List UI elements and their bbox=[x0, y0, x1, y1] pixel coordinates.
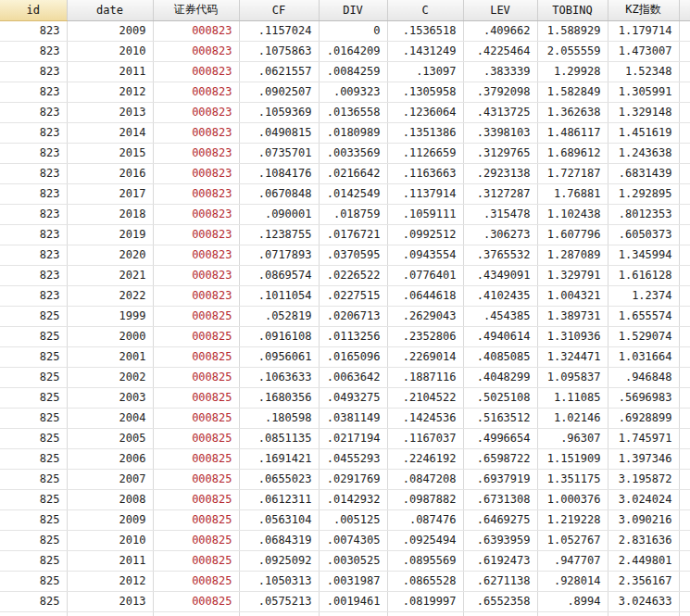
cell-code[interactable]: 000823 bbox=[153, 285, 239, 306]
cell-lev[interactable]: .4349091 bbox=[463, 265, 537, 285]
cell-tobinq[interactable]: 1.389731 bbox=[537, 306, 608, 326]
cell-tobinq[interactable]: 1.588929 bbox=[537, 20, 608, 41]
cell-cf[interactable]: .0575213 bbox=[239, 591, 319, 611]
cell-date[interactable]: 2011 bbox=[67, 61, 153, 82]
cell-c[interactable]: .1431249 bbox=[387, 41, 463, 61]
cell-lev[interactable]: .6598722 bbox=[463, 448, 537, 469]
cell-lev[interactable]: .6469275 bbox=[463, 509, 537, 530]
cell-cf[interactable]: .1680356 bbox=[239, 387, 319, 408]
cell-cf[interactable]: .090001 bbox=[239, 204, 319, 224]
cell-code[interactable]: 000825 bbox=[153, 367, 239, 387]
cell-c[interactable]: .0925494 bbox=[387, 530, 463, 550]
cell-date[interactable]: 2013 bbox=[67, 591, 153, 611]
cell-c[interactable]: .1059111 bbox=[387, 204, 463, 224]
cell-id[interactable]: 825 bbox=[0, 408, 67, 428]
empty-cell[interactable] bbox=[67, 611, 153, 616]
cell-lev[interactable]: .5025108 bbox=[463, 387, 537, 408]
cell-c[interactable]: .2104522 bbox=[387, 387, 463, 408]
empty-cell[interactable] bbox=[537, 611, 608, 616]
cell-div[interactable]: 0 bbox=[319, 20, 387, 41]
cell-tobinq[interactable]: 1.582849 bbox=[537, 82, 608, 102]
cell-kz[interactable]: 1.031664 bbox=[608, 346, 679, 367]
cell-lev[interactable]: .383339 bbox=[463, 61, 537, 82]
cell-cf[interactable]: .0655023 bbox=[239, 469, 319, 489]
cell-kz[interactable]: 1.451619 bbox=[608, 122, 679, 143]
cell-div[interactable]: .0180989 bbox=[319, 122, 387, 143]
column-header-c[interactable]: C bbox=[387, 0, 463, 20]
cell-code[interactable]: 000825 bbox=[153, 469, 239, 489]
column-header-cf[interactable]: CF bbox=[239, 0, 319, 20]
cell-c[interactable]: .1536518 bbox=[387, 20, 463, 41]
cell-div[interactable]: .0455293 bbox=[319, 448, 387, 469]
cell-id[interactable]: 823 bbox=[0, 82, 67, 102]
cell-div[interactable]: .005125 bbox=[319, 509, 387, 530]
column-header-date[interactable]: date bbox=[67, 0, 153, 20]
cell-code[interactable]: 000825 bbox=[153, 408, 239, 428]
cell-date[interactable]: 2018 bbox=[67, 204, 153, 224]
cell-div[interactable]: .0206713 bbox=[319, 306, 387, 326]
cell-tobinq[interactable]: 1.095837 bbox=[537, 367, 608, 387]
cell-code[interactable]: 000823 bbox=[153, 41, 239, 61]
cell-code[interactable]: 000825 bbox=[153, 571, 239, 591]
cell-cf[interactable]: .0869574 bbox=[239, 265, 319, 285]
cell-kz[interactable]: 1.243638 bbox=[608, 143, 679, 163]
cell-tobinq[interactable]: .96307 bbox=[537, 428, 608, 448]
cell-date[interactable]: 2016 bbox=[67, 163, 153, 183]
column-header-lev[interactable]: LEV bbox=[463, 0, 537, 20]
cell-date[interactable]: 2010 bbox=[67, 41, 153, 61]
cell-c[interactable]: .0895569 bbox=[387, 550, 463, 571]
cell-lev[interactable]: .6393959 bbox=[463, 530, 537, 550]
cell-div[interactable]: .0493275 bbox=[319, 387, 387, 408]
cell-date[interactable]: 2009 bbox=[67, 509, 153, 530]
cell-date[interactable]: 2022 bbox=[67, 285, 153, 306]
empty-cell[interactable] bbox=[0, 611, 67, 616]
cell-code[interactable]: 000823 bbox=[153, 245, 239, 265]
cell-kz[interactable]: .946848 bbox=[608, 367, 679, 387]
cell-tobinq[interactable]: 1.052767 bbox=[537, 530, 608, 550]
cell-id[interactable]: 825 bbox=[0, 509, 67, 530]
cell-code[interactable]: 000825 bbox=[153, 530, 239, 550]
cell-c[interactable]: .1305958 bbox=[387, 82, 463, 102]
cell-date[interactable]: 2015 bbox=[67, 143, 153, 163]
cell-c[interactable]: .0992512 bbox=[387, 224, 463, 245]
cell-cf[interactable]: .0490815 bbox=[239, 122, 319, 143]
cell-c[interactable]: .087476 bbox=[387, 509, 463, 530]
cell-lev[interactable]: .3129765 bbox=[463, 143, 537, 163]
cell-lev[interactable]: .4940614 bbox=[463, 326, 537, 346]
cell-cf[interactable]: .0684319 bbox=[239, 530, 319, 550]
cell-c[interactable]: .1236064 bbox=[387, 102, 463, 122]
cell-code[interactable]: 000825 bbox=[153, 326, 239, 346]
cell-kz[interactable]: .6928899 bbox=[608, 408, 679, 428]
cell-div[interactable]: .0142932 bbox=[319, 489, 387, 509]
cell-kz[interactable]: 1.305991 bbox=[608, 82, 679, 102]
cell-code[interactable]: 000823 bbox=[153, 82, 239, 102]
cell-code[interactable]: 000825 bbox=[153, 387, 239, 408]
cell-div[interactable]: .0019461 bbox=[319, 591, 387, 611]
cell-id[interactable]: 825 bbox=[0, 367, 67, 387]
cell-code[interactable]: 000823 bbox=[153, 265, 239, 285]
cell-kz[interactable]: 3.090216 bbox=[608, 509, 679, 530]
cell-kz[interactable]: 3.195872 bbox=[608, 469, 679, 489]
cell-code[interactable]: 000823 bbox=[153, 204, 239, 224]
cell-cf[interactable]: .1075863 bbox=[239, 41, 319, 61]
cell-lev[interactable]: .6552358 bbox=[463, 591, 537, 611]
cell-cf[interactable]: .1050313 bbox=[239, 571, 319, 591]
cell-kz[interactable]: 1.397346 bbox=[608, 448, 679, 469]
cell-c[interactable]: .0987882 bbox=[387, 489, 463, 509]
cell-cf[interactable]: .0670848 bbox=[239, 183, 319, 204]
cell-tobinq[interactable]: 1.004321 bbox=[537, 285, 608, 306]
cell-kz[interactable]: 1.345994 bbox=[608, 245, 679, 265]
cell-tobinq[interactable]: 1.287089 bbox=[537, 245, 608, 265]
cell-id[interactable]: 825 bbox=[0, 448, 67, 469]
cell-lev[interactable]: .3127287 bbox=[463, 183, 537, 204]
cell-id[interactable]: 823 bbox=[0, 265, 67, 285]
cell-cf[interactable]: .0621557 bbox=[239, 61, 319, 82]
cell-cf[interactable]: .0851135 bbox=[239, 428, 319, 448]
column-header-div[interactable]: DIV bbox=[319, 0, 387, 20]
cell-c[interactable]: .1163663 bbox=[387, 163, 463, 183]
cell-kz[interactable]: 1.655574 bbox=[608, 306, 679, 326]
cell-date[interactable]: 2013 bbox=[67, 102, 153, 122]
cell-kz[interactable]: 1.616128 bbox=[608, 265, 679, 285]
cell-div[interactable]: .0084259 bbox=[319, 61, 387, 82]
cell-code[interactable]: 000823 bbox=[153, 20, 239, 41]
